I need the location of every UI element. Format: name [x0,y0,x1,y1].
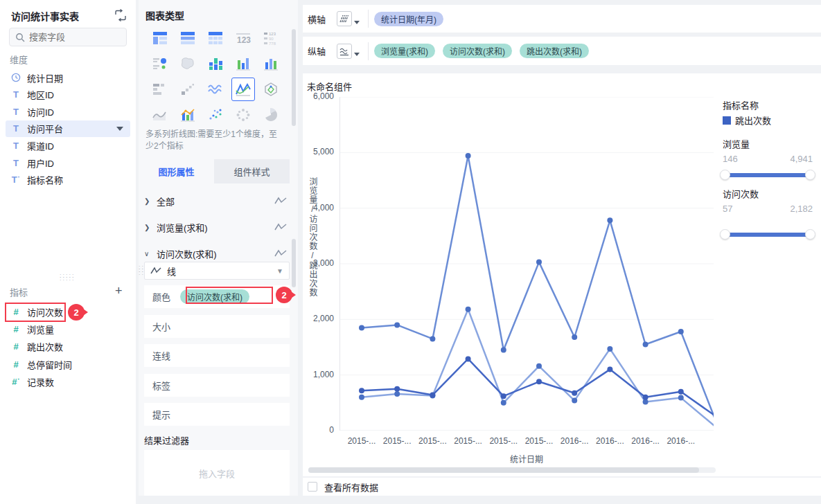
x-tick-label: 2016-... [591,436,628,446]
switch-dataset-icon[interactable] [114,8,127,22]
treemap-icon [179,81,196,98]
section-访问次数(求和)[interactable]: ∨访问次数(求和) [144,245,290,262]
chart-type-table-icon[interactable] [204,26,227,50]
chart-type-geo-map-icon[interactable] [176,52,200,75]
slider-handle-min[interactable] [720,170,730,180]
divider [368,10,369,28]
chart-type-line-icon[interactable] [231,78,255,101]
chevron-down-icon[interactable] [354,21,360,24]
chart-type-grouped-bar-icon[interactable] [231,52,255,75]
y-axis-field-pill[interactable]: 跳出次数(求和) [520,44,589,58]
color-range-slider[interactable] [723,233,813,237]
chart-type-area-gray-icon[interactable] [148,103,172,127]
property-row-连线[interactable]: 连线 [144,344,290,367]
section-全部[interactable]: ❯全部 [144,192,290,209]
chart-type-pie-icon[interactable] [259,103,283,127]
add-measure-button[interactable]: + [115,284,123,298]
chart-type-title: 图表类型 [145,8,184,22]
chart-type-bar-icon[interactable] [259,52,283,75]
property-label: 提示 [152,408,170,421]
chart-horizontal-scrollbar[interactable] [308,467,716,473]
chart-type-kpi-card-icon[interactable]: 12390778 [259,26,283,50]
measure-item-浏览量[interactable]: #浏览量 [6,321,130,337]
tab-component-style[interactable]: 组件样式 [214,159,290,183]
properties-scrollbar[interactable] [292,239,296,287]
scrollbar-thumb[interactable] [308,467,699,473]
x-axis-style-icon[interactable] [337,11,352,26]
tab-graph-properties[interactable]: 图形属性 [139,159,214,183]
y-axis-style-icon[interactable] [337,44,352,59]
field-label: 指标名称 [27,173,63,186]
section-浏览量(求和)[interactable]: ❯浏览量(求和) [144,219,290,235]
panel-resize-handle[interactable]: :::::::::: [60,274,76,280]
svg-text:123: 123 [237,35,251,45]
chart-type-description: 多系列折线图:需要至少1个维度，至少2个指标 [145,129,284,152]
svg-text:778: 778 [269,42,276,46]
chart-type-horizontal-bar-icon[interactable] [148,78,172,101]
property-label: 大小 [152,320,170,333]
color-field-pill[interactable]: 访问次数(求和) [180,289,249,304]
chart-type-scatter-icon[interactable] [204,103,227,127]
chart-type-crosstab-icon[interactable] [148,26,172,50]
field-label: 浏览量 [27,323,54,336]
property-row-标签[interactable]: 标签 [144,374,290,397]
measure-item-记录数[interactable]: #˙记录数 [6,374,130,390]
table-column-icon [179,30,196,46]
line-style-select[interactable]: 线 ▼ [144,262,290,280]
filter-drop-zone[interactable]: 拖入字段 [144,450,290,496]
crosstab-icon [152,30,168,46]
line-glyph-icon [274,249,287,258]
property-row-颜色[interactable]: 颜色访问次数(求和) [144,285,290,308]
dimension-item-渠道ID[interactable]: T渠道ID [6,137,130,154]
slider-handle-max[interactable] [805,229,815,240]
divider [368,42,369,60]
field-search-box[interactable] [9,28,127,46]
legend-title: 指标名称 [723,98,759,111]
dimension-item-用户ID[interactable]: T用户ID [6,154,130,171]
chart-type-area-icon[interactable] [204,78,227,101]
chart-type-bubble-ring-icon[interactable] [231,103,255,127]
area-gray-icon [152,107,168,123]
x-axis-field-pill[interactable]: 统计日期(年月) [374,12,443,26]
chart-type-combo-icon[interactable] [176,103,200,127]
y-axis-field-pill[interactable]: 访问次数(求和) [443,44,512,58]
dimension-item-统计日期[interactable]: 统计日期 [6,69,130,86]
property-row-提示[interactable]: 提示 [144,403,290,426]
legend-item[interactable]: 跳出次数 [723,114,771,127]
chart-type-radar-icon[interactable] [259,78,283,101]
slider-handle-min[interactable] [720,229,730,240]
x-tick-label: 2015-... [520,436,558,446]
property-row-大小[interactable]: 大小 [144,315,290,338]
chart-type-progress-card-icon[interactable] [148,52,172,75]
chart-type-stacked-bar-icon[interactable] [204,52,227,75]
measure-item-总停留时间[interactable]: #总停留时间 [6,356,130,372]
dimension-item-指标名称[interactable]: T˙指标名称 [6,172,130,188]
view-all-checkbox[interactable] [308,482,317,492]
slider-handle-max[interactable] [805,170,815,180]
search-input[interactable] [29,32,112,42]
line-chart-plot[interactable] [339,97,714,431]
measures-label: 指标 [10,285,28,298]
chevron-down-icon[interactable] [116,127,123,131]
search-icon [15,33,25,42]
view-all-label: 查看所有数据 [324,480,378,494]
y-axis-field-pill[interactable]: 浏览量(求和) [374,44,435,58]
dimension-item-地区ID[interactable]: T地区ID [6,87,130,103]
property-label: 连线 [152,349,170,362]
chart-component[interactable]: 未命名组件 01,0002,0003,0004,0005,0006,000 浏览… [303,73,821,476]
stacked-bar-icon [207,55,224,72]
measure-item-访问次数[interactable]: #访问次数 [6,303,130,320]
dimension-item-访问ID[interactable]: T访问ID [6,103,130,120]
color-range-slider[interactable] [723,173,813,177]
chart-type-table-column-icon[interactable] [176,26,200,50]
slider-range-values: 572,182 [723,204,813,214]
chevron-down-icon[interactable] [354,53,360,56]
dimension-item-访问平台[interactable]: T访问平台 [6,120,130,137]
chart-type-kpi-number-icon[interactable]: 123 [231,26,255,50]
measure-item-跳出次数[interactable]: #跳出次数 [6,339,130,355]
chart-type-scrollbar[interactable] [292,29,296,126]
slider-min: 146 [723,154,738,164]
table-icon [207,30,224,46]
chart-type-treemap-icon[interactable] [176,78,200,101]
x-axis-shelf-label: 横轴 [308,12,331,26]
